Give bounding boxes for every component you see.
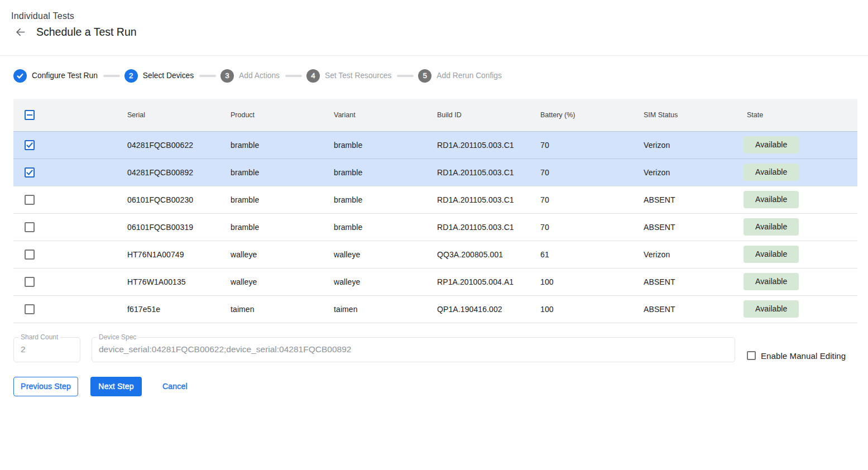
cancel-button[interactable]: Cancel — [158, 377, 192, 396]
cell-sim-status: ABSENT — [630, 186, 733, 213]
device-state-badge: Available — [744, 136, 799, 154]
cell-serial: 06101FQCB00319 — [114, 213, 217, 241]
device-state-badge: Available — [744, 273, 799, 290]
cell-sim-status: Verizon — [630, 241, 733, 268]
step-number: 2 — [129, 71, 133, 80]
cell-serial: f617e51e — [114, 295, 217, 323]
cell-product: walleye — [217, 241, 320, 268]
stepper-step-configure-test-run[interactable]: 1 Configure Test Run — [13, 69, 98, 83]
cell-battery: 70 — [527, 213, 630, 241]
step-number: 5 — [423, 71, 428, 80]
column-header-product[interactable]: Product — [217, 99, 320, 131]
device-row[interactable]: 06101FQCB00230 bramble bramble RD1A.2011… — [13, 186, 857, 213]
device-state-badge: Available — [744, 300, 799, 318]
cell-variant: walleye — [320, 268, 424, 295]
step-label: Select Devices — [143, 71, 194, 80]
cell-serial: 04281FQCB00892 — [114, 159, 217, 186]
cell-battery: 100 — [527, 295, 630, 323]
row-checkbox[interactable] — [25, 277, 35, 287]
page-header: Individual Tests Schedule a Test Run — [0, 0, 868, 56]
cell-variant: bramble — [320, 213, 424, 241]
step-connector — [199, 75, 216, 77]
device-row[interactable]: HT76W1A00135 walleye walleye RP1A.201005… — [13, 268, 857, 295]
device-row[interactable]: f617e51e taimen taimen QP1A.190416.002 1… — [13, 295, 857, 323]
shard-count-label: Shard Count — [18, 334, 60, 341]
cell-product: bramble — [217, 213, 320, 241]
cell-battery: 61 — [527, 241, 630, 268]
cell-battery: 70 — [527, 186, 630, 213]
previous-step-button[interactable]: Previous Step — [13, 377, 78, 396]
back-button[interactable] — [13, 25, 27, 39]
shard-count-field: Shard Count — [13, 337, 80, 362]
device-state-badge: Available — [744, 218, 799, 236]
step-connector — [103, 75, 120, 77]
device-spec-label: Device Spec — [97, 334, 138, 341]
schedule-test-run-page: Individual Tests Schedule a Test Run 1 C… — [0, 0, 868, 470]
step-circle: 1 — [13, 69, 27, 83]
step-connector — [397, 75, 414, 77]
column-header-battery[interactable]: Battery (%) — [527, 99, 630, 131]
cell-product: bramble — [217, 159, 320, 186]
cell-build-id: RD1A.201105.003.C1 — [424, 131, 527, 159]
stepper-step-select-devices[interactable]: 2 Select Devices — [124, 69, 194, 83]
cell-sim-status: ABSENT — [630, 213, 733, 241]
stepper: 1 Configure Test Run 2 Select Devices 3 … — [0, 56, 868, 98]
step-number: 3 — [225, 71, 229, 80]
step-label: Set Test Resources — [325, 71, 391, 80]
enable-manual-editing-toggle[interactable]: Enable Manual Editing — [747, 351, 846, 361]
row-checkbox[interactable] — [25, 167, 35, 178]
stepper-step-add-rerun-configs[interactable]: 5 Add Rerun Configs — [418, 69, 502, 83]
step-connector — [285, 75, 302, 77]
cell-product: bramble — [217, 186, 320, 213]
step-label: Configure Test Run — [32, 71, 98, 80]
stepper-step-add-actions[interactable]: 3 Add Actions — [220, 69, 280, 83]
breadcrumb-individual-tests[interactable]: Individual Tests — [11, 12, 74, 21]
device-state-badge: Available — [744, 191, 799, 208]
manual-editing-checkbox[interactable] — [747, 351, 756, 360]
cell-variant: bramble — [320, 186, 424, 213]
cell-serial: HT76N1A00749 — [114, 241, 217, 268]
column-header-variant[interactable]: Variant — [320, 99, 424, 131]
cell-sim-status: ABSENT — [630, 268, 733, 295]
cell-sim-status: ABSENT — [630, 295, 733, 323]
row-checkbox[interactable] — [25, 195, 35, 205]
cell-build-id: RD1A.201105.003.C1 — [424, 186, 527, 213]
device-table: Serial Product Variant Build ID Battery … — [13, 99, 857, 323]
device-row[interactable]: 04281FQCB00892 bramble bramble RD1A.2011… — [13, 159, 857, 186]
row-checkbox[interactable] — [25, 250, 35, 260]
device-spec-input[interactable] — [92, 338, 735, 362]
select-all-checkbox[interactable] — [25, 110, 35, 120]
device-row[interactable]: HT76N1A00749 walleye walleye QQ3A.200805… — [13, 241, 857, 268]
cell-battery: 70 — [527, 131, 630, 159]
device-row[interactable]: 06101FQCB00319 bramble bramble RD1A.2011… — [13, 213, 857, 241]
step-label: Add Rerun Configs — [437, 71, 502, 80]
cell-product: taimen — [217, 295, 320, 323]
column-header-serial[interactable]: Serial — [114, 99, 217, 131]
stepper-step-set-test-resources[interactable]: 4 Set Test Resources — [306, 69, 391, 83]
step-number: 4 — [311, 71, 315, 80]
manual-editing-label: Enable Manual Editing — [761, 351, 846, 361]
column-header-build-id[interactable]: Build ID — [424, 99, 527, 131]
check-icon — [16, 72, 24, 80]
next-step-button[interactable]: Next Step — [90, 377, 142, 396]
cell-variant: taimen — [320, 295, 424, 323]
row-checkbox[interactable] — [25, 304, 35, 314]
arrow-back-icon — [15, 27, 26, 37]
shard-count-input[interactable] — [14, 338, 80, 362]
step-circle: 5 — [418, 69, 431, 83]
page-title: Schedule a Test Run — [36, 26, 137, 39]
column-header-sim-status[interactable]: SIM Status — [630, 99, 733, 131]
cell-battery: 100 — [527, 268, 630, 295]
row-checkbox[interactable] — [25, 140, 35, 150]
cell-variant: bramble — [320, 131, 424, 159]
column-header-state[interactable]: State — [733, 99, 857, 131]
device-state-badge: Available — [744, 164, 799, 181]
step-circle: 2 — [124, 69, 138, 83]
cell-build-id: QP1A.190416.002 — [424, 295, 527, 323]
row-checkbox[interactable] — [25, 222, 35, 232]
device-row[interactable]: 04281FQCB00622 bramble bramble RD1A.2011… — [13, 131, 857, 159]
cell-build-id: RD1A.201105.003.C1 — [424, 159, 527, 186]
cell-variant: walleye — [320, 241, 424, 268]
device-spec-field: Device Spec — [92, 337, 735, 362]
device-table-header: Serial Product Variant Build ID Battery … — [13, 99, 857, 131]
